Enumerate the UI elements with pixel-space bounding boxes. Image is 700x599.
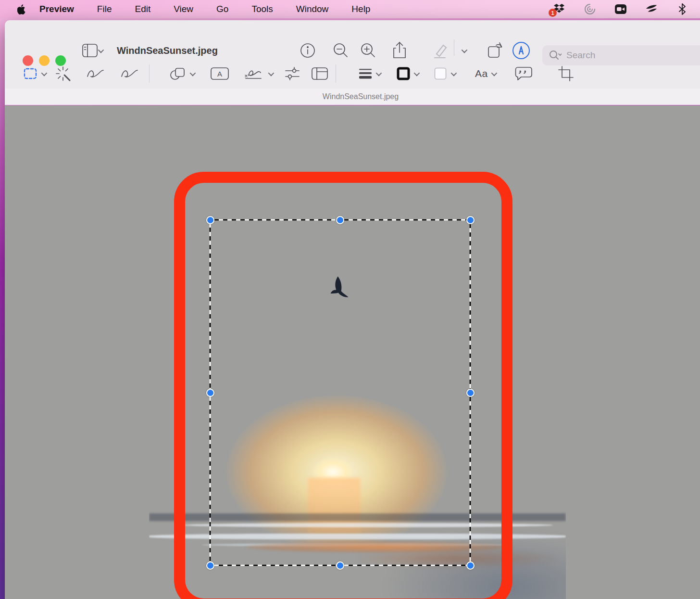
selection-marquee[interactable] <box>209 219 471 566</box>
feather-icon[interactable] <box>645 3 658 15</box>
instant-alpha-button[interactable] <box>55 63 71 85</box>
sign-tool-button[interactable] <box>244 63 273 85</box>
document-area <box>5 105 700 599</box>
selection-handle-bottom-left[interactable] <box>206 561 214 570</box>
bluetooth-icon[interactable] <box>676 3 688 15</box>
text-style-label: Aa <box>475 68 488 79</box>
toolbar-separator <box>454 39 454 56</box>
menu-item-view[interactable]: View <box>162 0 205 18</box>
border-color-button[interactable] <box>396 63 418 85</box>
chevron-down-icon <box>376 70 382 76</box>
crop-button[interactable] <box>558 63 574 85</box>
apple-menu-icon[interactable] <box>16 3 27 15</box>
preview-window: WindnSeaSunset.jpeg <box>5 20 700 599</box>
menu-bar: Preview File Edit View Go Tools Window H… <box>0 0 700 18</box>
filename-label: WindnSeaSunset.jpeg <box>323 92 399 101</box>
selection-handle-top-right[interactable] <box>466 216 475 224</box>
text-tool-letter: A <box>217 70 222 78</box>
fill-color-button[interactable] <box>433 63 455 85</box>
annotate-button[interactable] <box>514 63 533 85</box>
sketch-tool-button[interactable] <box>86 63 105 85</box>
selection-handle-bottom-center[interactable] <box>336 561 344 570</box>
selection-handle-top-center[interactable] <box>336 216 344 224</box>
toolbar-separator <box>149 64 150 83</box>
selection-handle-middle-right[interactable] <box>466 389 475 397</box>
window-title: WindnSeaSunset.jpeg <box>117 45 218 56</box>
dropbox-badge: 1 <box>549 9 557 17</box>
spiral-icon[interactable] <box>584 3 596 15</box>
menu-item-window[interactable]: Window <box>285 0 340 18</box>
draw-tool-button[interactable] <box>120 63 139 85</box>
selection-handle-bottom-right[interactable] <box>466 561 475 570</box>
shapes-tool-button[interactable] <box>169 63 194 85</box>
menu-item-go[interactable]: Go <box>205 0 240 18</box>
title-bar: WindnSeaSunset.jpeg <box>5 20 700 59</box>
text-tool-button[interactable]: A <box>210 63 229 85</box>
chevron-down-icon <box>491 70 497 76</box>
text-style-button[interactable]: Aa <box>475 63 496 85</box>
chevron-down-icon <box>268 70 275 76</box>
chevron-down-icon <box>41 70 48 76</box>
chevron-down-icon <box>451 70 457 76</box>
menu-item-tools[interactable]: Tools <box>240 0 284 18</box>
selection-tool-button[interactable] <box>23 63 46 85</box>
dropbox-icon[interactable]: 1 <box>553 3 565 15</box>
chevron-down-icon <box>98 47 104 53</box>
markup-toolbar: A <box>5 59 700 89</box>
filename-bar: WindnSeaSunset.jpeg <box>5 89 700 105</box>
image-frame-button[interactable] <box>311 63 329 85</box>
shape-style-button[interactable] <box>358 63 380 85</box>
window-chrome: WindnSeaSunset.jpeg <box>5 20 700 105</box>
photo-canvas[interactable] <box>149 126 566 599</box>
menu-item-preview[interactable]: Preview <box>27 0 86 18</box>
menu-item-help[interactable]: Help <box>340 0 382 18</box>
selection-handle-middle-left[interactable] <box>206 389 214 397</box>
screen: Preview File Edit View Go Tools Window H… <box>0 0 700 599</box>
menu-item-edit[interactable]: Edit <box>123 0 162 18</box>
selection-handle-top-left[interactable] <box>206 216 214 224</box>
toolbar-separator <box>336 64 336 83</box>
chevron-down-icon <box>190 70 196 76</box>
menu-item-file[interactable]: File <box>86 0 124 18</box>
video-app-icon[interactable] <box>614 3 627 15</box>
adjust-color-button[interactable] <box>284 63 301 85</box>
chevron-down-icon <box>414 70 420 76</box>
